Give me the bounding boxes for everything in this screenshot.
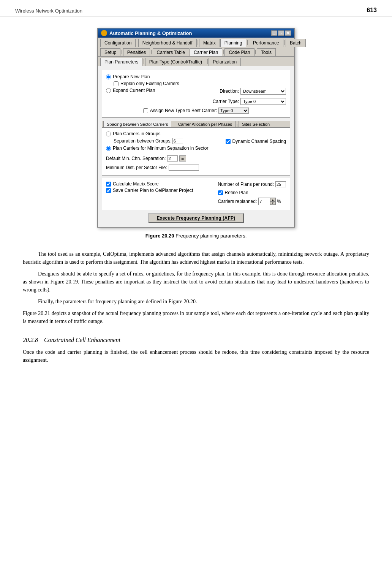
min-dist-row: Minimum Dist. per Sector File: — [106, 165, 286, 171]
expand-current-plan-label: Expand Current Plan — [113, 88, 155, 93]
save-carrier-label: Save Carrier Plan to CelPlanner Project — [113, 188, 193, 193]
calc-matrix-row: Calculate Matrix Score — [106, 181, 210, 187]
carriers-replanned-label: Carriers replanned: — [218, 199, 257, 204]
assign-new-type-label: Assign New Type to Best Carrier: — [150, 108, 217, 113]
plan-carriers-groups-row: Plan Carriers in Groups — [106, 131, 208, 136]
save-carrier-checkbox[interactable] — [106, 188, 111, 193]
body-paragraph-3: Finally, the parameters for frequency pl… — [23, 298, 369, 306]
tab-performance[interactable]: Performance — [249, 39, 283, 47]
figure-text: Frequency planning parameters. — [175, 233, 247, 239]
separation-label: Separation between Groups: — [114, 138, 172, 144]
execute-button[interactable]: Execute Frequency Planning (AFP) — [148, 213, 243, 223]
bottom-options-panel: Calculate Matrix Score Save Carrier Plan… — [102, 178, 290, 210]
carriers-separation-panel: Plan Carriers in Groups Separation betwe… — [102, 128, 290, 176]
tab-neighborhood[interactable]: Neighborhood & Handoff — [138, 39, 197, 47]
save-carrier-row: Save Carrier Plan to CelPlanner Project — [106, 188, 210, 193]
spacing-tabs: Spacing between Sector Carriers | Carrie… — [102, 121, 290, 128]
plan-carriers-groups-label: Plan Carriers in Groups — [113, 131, 160, 136]
tab-planning[interactable]: Planning — [220, 39, 247, 47]
plan-options-panel: Prepare New Plan Replan only Existing Ca… — [102, 70, 290, 118]
tab-setup[interactable]: Setup — [100, 48, 120, 56]
section-paragraph-1: Once the code and carrier planning is fi… — [23, 348, 369, 364]
carriers-replanned-spinner: ▲ ▼ — [258, 198, 276, 205]
replan-label: Replan only Existing Carriers — [120, 81, 179, 86]
minimize-button[interactable]: _ — [271, 30, 277, 36]
carriers-replanned-input[interactable] — [259, 199, 270, 204]
separation-input[interactable] — [172, 138, 183, 144]
spinner-down[interactable]: ▼ — [270, 201, 275, 205]
dialog-controls[interactable]: _ ▪ ✕ — [271, 30, 291, 36]
figure-label: Figure 20.20 — [145, 233, 174, 239]
page-header: Wireless Network Optimization 613 — [0, 0, 392, 16]
restore-button[interactable]: ▪ — [278, 30, 284, 36]
num-plans-row: Number of Plans per round: — [218, 181, 286, 187]
spinner-up[interactable]: ▲ — [270, 198, 275, 201]
carriers-replanned-unit: % — [277, 199, 281, 204]
bottom-left: Calculate Matrix Score Save Carrier Plan… — [106, 181, 210, 194]
default-min-label: Default Min. Chn. Separation: — [106, 156, 166, 161]
direction-row: Direction: Downstream Upstream — [220, 88, 286, 95]
num-plans-input[interactable] — [275, 181, 286, 187]
min-dist-label: Minimum Dist. per Sector File: — [106, 165, 167, 170]
tab-sites-selection[interactable]: Sites Selection — [239, 121, 273, 127]
plan-min-separation-row: Plan Carriers for Minimum Separation in … — [106, 146, 208, 151]
tab-carrier-allocation[interactable]: Carrier Allocation per Phases — [175, 121, 236, 127]
figure-caption: Figure 20.20 Frequency planning paramete… — [23, 233, 369, 239]
section-title: Constrained Cell Enhancement — [44, 337, 120, 343]
carrier-type-row: Carrier Type: Type 0 Type 1 — [213, 98, 286, 105]
expand-current-plan-row: Expand Current Plan — [106, 88, 155, 93]
close-button[interactable]: ✕ — [285, 30, 291, 36]
refine-plan-row: Refine Plan — [218, 190, 286, 195]
body-paragraph-4: Figure 20.21 depicts a snapshot of the a… — [23, 309, 369, 325]
num-plans-label: Number of Plans per round: — [218, 182, 274, 187]
replan-checkbox[interactable] — [114, 81, 119, 86]
calc-matrix-label: Calculate Matrix Score — [113, 181, 159, 187]
dynamic-channel-label: Dynamic Channel Spacing — [232, 139, 286, 144]
dialog: Automatic Planning & Optimization _ ▪ ✕ … — [97, 28, 295, 228]
expand-current-plan-radio[interactable] — [106, 88, 111, 93]
page-number: 613 — [367, 7, 377, 14]
assign-new-type-checkbox[interactable] — [143, 108, 148, 113]
page-title: Wireless Network Optimization — [15, 8, 82, 14]
tab-penalties[interactable]: Penalties — [123, 48, 150, 56]
tab-spacing-sector[interactable]: Spacing between Sector Carriers — [103, 121, 171, 127]
tab-batch[interactable]: Batch — [286, 39, 306, 47]
section-heading: 20.2.8 Constrained Cell Enhancement — [23, 337, 369, 344]
refine-plan-checkbox[interactable] — [218, 190, 223, 195]
assign-new-type-select[interactable]: Type 0 Type 1 — [218, 108, 249, 114]
carrier-type-select[interactable]: Type 0 Type 1 — [240, 98, 286, 105]
tab-polarization[interactable]: Polarization — [209, 58, 241, 66]
tab-plan-parameters[interactable]: Plan Parameters — [100, 58, 142, 66]
carrier-type-label: Carrier Type: — [213, 99, 239, 104]
separation-groups-row: Separation between Groups: — [114, 138, 208, 144]
tab-matrix[interactable]: Matrix — [199, 39, 220, 47]
direction-label: Direction: — [220, 89, 239, 94]
bottom-row: Calculate Matrix Score Save Carrier Plan… — [106, 181, 286, 207]
app-icon — [101, 30, 107, 36]
replan-row: Replan only Existing Carriers — [114, 81, 286, 86]
dynamic-channel-checkbox[interactable] — [226, 139, 231, 144]
spinner-icon: ⊞ — [179, 155, 186, 162]
direction-select[interactable]: Downstream Upstream — [240, 88, 286, 95]
min-dist-input[interactable] — [169, 165, 199, 171]
tab-plan-type[interactable]: Plan Type (Control/Traffic) — [145, 58, 206, 66]
default-min-row: Default Min. Chn. Separation: ⊞ — [106, 155, 286, 162]
plan-min-separation-radio[interactable] — [106, 146, 111, 151]
tab-tools[interactable]: Tools — [257, 48, 276, 56]
default-min-input[interactable] — [167, 155, 178, 162]
tab-configuration[interactable]: Configuration — [100, 39, 136, 47]
carriers-replanned-row: Carriers replanned: ▲ ▼ % — [218, 198, 286, 205]
calc-matrix-checkbox[interactable] — [106, 182, 111, 187]
dialog-title: Automatic Planning & Optimization — [109, 30, 192, 36]
tab-code-plan[interactable]: Code Plan — [224, 48, 254, 56]
tab-bar-row2: Setup | Penalties | Carriers Table Carri… — [98, 47, 294, 57]
plan-carriers-groups-radio[interactable] — [106, 131, 111, 136]
body-paragraph-2: Designers should be able to specify a se… — [23, 270, 369, 294]
dialog-body: Prepare New Plan Replan only Existing Ca… — [98, 66, 294, 227]
prepare-new-plan-radio[interactable] — [106, 74, 111, 79]
tab-bar-row1: Configuration | Neighborhood & Handoff |… — [98, 38, 294, 47]
dialog-titlebar: Automatic Planning & Optimization _ ▪ ✕ — [98, 28, 294, 38]
tab-carriers-table[interactable]: Carriers Table — [153, 48, 189, 56]
tab-carrier-plan[interactable]: Carrier Plan — [190, 48, 222, 56]
titlebar-left: Automatic Planning & Optimization — [101, 30, 192, 36]
